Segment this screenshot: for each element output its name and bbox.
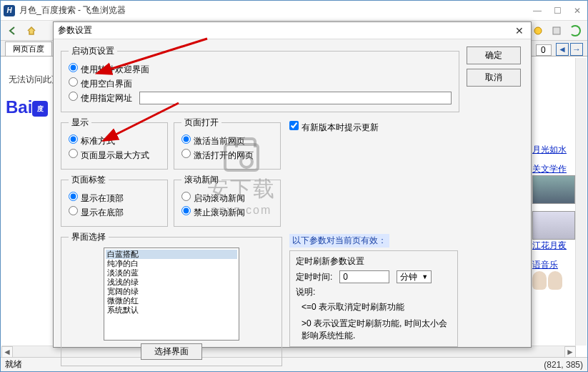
- nav-next-button[interactable]: →: [570, 43, 583, 56]
- refresh-time-input[interactable]: [339, 270, 389, 283]
- window-title: 月色_百度搜索 - 飞鱼浏览器: [19, 4, 527, 16]
- startup-url-input[interactable]: [139, 92, 452, 104]
- app-icon: H: [4, 5, 15, 16]
- scroll-left-icon[interactable]: ◄: [1, 346, 13, 358]
- skin-item[interactable]: 淡淡的蓝: [106, 268, 237, 278]
- dialog-titlebar: 参数设置 ✕: [54, 22, 531, 39]
- pageopen-fieldset: 页面打开 激活当前网页 激活打开的网页: [174, 117, 281, 170]
- blocked-count: 0: [536, 44, 552, 56]
- display-fieldset: 显示 标准方式 页面显示最大方式: [61, 117, 168, 170]
- tool-button-2[interactable]: [549, 23, 564, 39]
- display-opt2[interactable]: 页面显示最大方式: [69, 149, 149, 162]
- scroll-right-icon[interactable]: ►: [564, 346, 576, 358]
- pageopen-opt1[interactable]: 激活当前网页: [181, 134, 245, 147]
- thumb-2: [532, 211, 575, 240]
- refresh-box-title: 定时刷新参数设置: [296, 255, 452, 268]
- startup-fieldset: 启动页设置 使用软件欢迎界面 使用空白界面 使用指定网址: [61, 45, 459, 112]
- dialog-title: 参数设置: [58, 24, 512, 36]
- skin-listbox[interactable]: 白蓝搭配纯净的白淡淡的蓝浅浅的绿宽阔的绿微微的红系统默认: [104, 248, 239, 341]
- display-radio-max[interactable]: [69, 149, 78, 158]
- startup-legend: 启动页设置: [69, 45, 117, 57]
- maximize-button[interactable]: ☐: [547, 3, 567, 19]
- startup-radio-blank[interactable]: [69, 77, 78, 87]
- startup-radio-url[interactable]: [69, 92, 78, 101]
- pageopen-opt2[interactable]: 激活打开的网页: [181, 149, 254, 162]
- scrollnews-opt2[interactable]: 禁止滚动新闻: [181, 206, 245, 219]
- scrollnews-opt1[interactable]: 启动滚动新闻: [181, 192, 245, 205]
- tool-button-1[interactable]: [530, 23, 546, 39]
- baidu-logo: Bai度: [6, 97, 48, 117]
- skin-item[interactable]: 宽阔的绿: [106, 287, 237, 296]
- pagetab-legend: 页面标签: [69, 174, 109, 186]
- skin-item[interactable]: 微微的红: [106, 296, 237, 305]
- refresh-time-label: 定时时间:: [296, 271, 332, 283]
- display-opt1[interactable]: 标准方式: [69, 134, 115, 147]
- skin-legend: 界面选择: [69, 231, 109, 243]
- pagetab-opt2[interactable]: 显示在底部: [69, 206, 124, 219]
- pagetab-opt1[interactable]: 显示在顶部: [69, 192, 124, 205]
- skin-item[interactable]: 白蓝搭配: [106, 250, 237, 259]
- chevron-down-icon: ▼: [422, 273, 428, 280]
- skin-select-button[interactable]: 选择界面: [141, 343, 202, 360]
- tab-baidu[interactable]: 网页百度: [5, 41, 52, 56]
- startup-opt3[interactable]: 使用指定网址: [69, 92, 132, 104]
- pageopen-radio-current[interactable]: [181, 134, 191, 144]
- pagetab-fieldset: 页面标签 显示在顶部 显示在底部: [61, 174, 168, 227]
- refresh-unit-select[interactable]: 分钟▼: [397, 270, 432, 283]
- thumb-1: [532, 175, 575, 204]
- refresh-desc1: <=0 表示取消定时刷新功能: [302, 301, 452, 313]
- back-button[interactable]: [5, 23, 21, 39]
- status-coords: (821, 385): [544, 360, 583, 370]
- pageopen-legend: 页面打开: [181, 117, 221, 129]
- skin-item[interactable]: 浅浅的绿: [106, 278, 237, 287]
- refresh-desc-label: 说明:: [296, 286, 452, 298]
- minimize-button[interactable]: —: [527, 3, 547, 19]
- reload-button[interactable]: [567, 23, 583, 39]
- refresh-box: 定时刷新参数设置 定时时间: 分钟▼ 说明: <=0 表示取消定时刷新功能 >0…: [289, 250, 458, 347]
- skin-fieldset: 界面选择 白蓝搭配纯净的白淡淡的蓝浅浅的绿宽阔的绿微微的红系统默认 选择界面: [61, 231, 282, 366]
- settings-dialog: 参数设置 ✕ 启动页设置 使用软件欢迎界面 使用空白界面 使用指定网址 显示 标…: [53, 21, 532, 348]
- scrollnews-fieldset: 滚动新闻 启动滚动新闻 禁止滚动新闻: [174, 174, 281, 227]
- update-checkbox-label[interactable]: 有新版本时提示更新: [289, 122, 379, 132]
- status-text: 就绪: [5, 358, 22, 371]
- skin-item[interactable]: 系统默认: [106, 305, 237, 315]
- startup-opt1[interactable]: 使用软件欢迎界面: [69, 63, 149, 76]
- startup-radio-welcome[interactable]: [69, 63, 78, 72]
- home-button[interactable]: [24, 23, 39, 39]
- dialog-close-button[interactable]: ✕: [512, 24, 527, 37]
- main-titlebar: H 月色_百度搜索 - 飞鱼浏览器 — ☐ ✕: [1, 1, 587, 21]
- cancel-button[interactable]: 取消: [467, 69, 521, 87]
- skin-item[interactable]: 纯净的白: [106, 259, 237, 268]
- display-legend: 显示: [69, 117, 91, 129]
- display-radio-standard[interactable]: [69, 134, 78, 144]
- pagetab-radio-bottom[interactable]: [69, 206, 78, 215]
- svg-rect-1: [553, 27, 560, 34]
- vertical-scrollbar[interactable]: [575, 58, 587, 346]
- scrollnews-legend: 滚动新闻: [181, 174, 221, 186]
- refresh-desc2: >0 表示设置定时刷新功能, 时间太小会影响系统性能.: [302, 318, 452, 342]
- scrollnews-radio-enable[interactable]: [181, 192, 191, 201]
- nav-prev-button[interactable]: ◄: [556, 43, 569, 56]
- startup-opt2[interactable]: 使用空白界面: [69, 77, 132, 90]
- ok-button[interactable]: 确定: [467, 46, 521, 64]
- refresh-header: 以下参数对当前页有效：: [289, 234, 389, 248]
- reload-icon: [569, 25, 581, 36]
- paw-icon: 度: [32, 101, 48, 117]
- pageopen-radio-opened[interactable]: [181, 149, 191, 158]
- scrollnews-radio-disable[interactable]: [181, 206, 191, 215]
- pagetab-radio-top[interactable]: [69, 192, 78, 201]
- svg-point-0: [534, 27, 542, 34]
- close-button[interactable]: ✕: [567, 3, 587, 19]
- update-checkbox[interactable]: [289, 121, 299, 130]
